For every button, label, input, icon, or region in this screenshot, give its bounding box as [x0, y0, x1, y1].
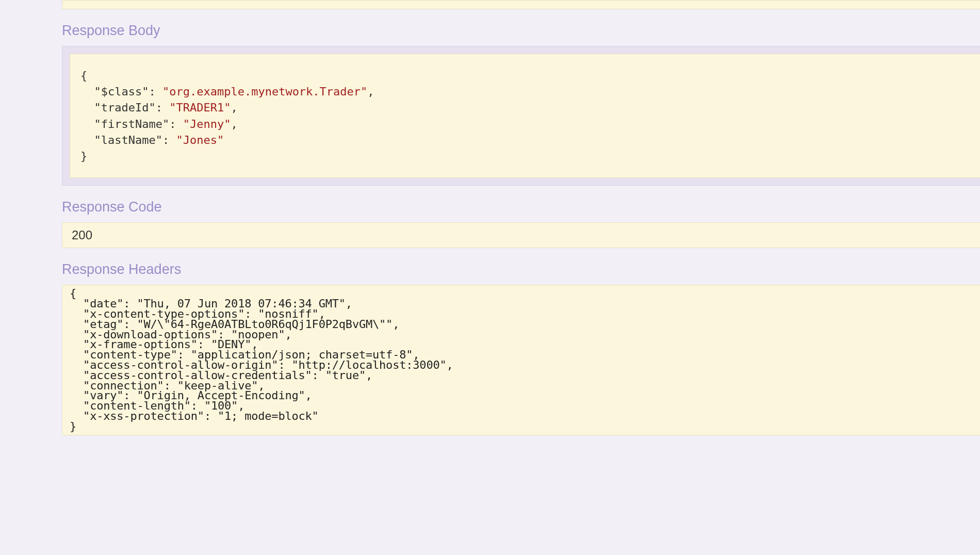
- response-body-heading: Response Body: [62, 23, 980, 39]
- prev-block-edge: [62, 0, 980, 9]
- response-body-code[interactable]: { "$class": "org.example.mynetwork.Trade…: [70, 54, 980, 178]
- response-code-heading: Response Code: [62, 199, 980, 215]
- response-headers-heading: Response Headers: [62, 262, 980, 278]
- response-body-wrapper: { "$class": "org.example.mynetwork.Trade…: [62, 46, 980, 186]
- response-code-wrapper: 200: [62, 222, 980, 248]
- response-headers-wrapper: { "date": "Thu, 07 Jun 2018 07:46:34 GMT…: [62, 285, 980, 435]
- response-headers-code[interactable]: { "date": "Thu, 07 Jun 2018 07:46:34 GMT…: [62, 285, 980, 435]
- response-code-value: 200: [62, 222, 980, 248]
